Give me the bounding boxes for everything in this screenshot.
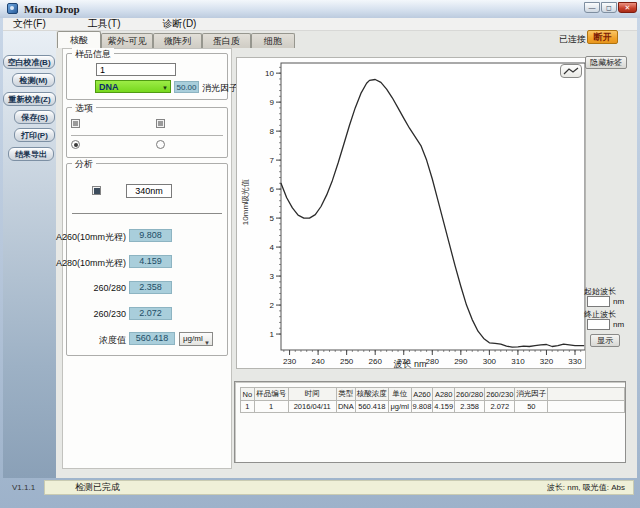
option-radio-2[interactable]	[156, 140, 165, 149]
sample-info-title: 样品信息	[72, 48, 114, 61]
results-table[interactable]: No样品编号时间类型核酸浓度单位A260A280260/280260/230消光…	[240, 387, 625, 413]
sample-type-dropdown[interactable]: DNA ▼	[95, 80, 171, 93]
table-header-0: No	[241, 388, 255, 401]
check-icon	[94, 188, 100, 194]
start-unit-label: nm	[613, 297, 624, 306]
sidebar-button-5[interactable]: 结果导出	[8, 147, 54, 161]
sample-type-value: DNA	[99, 82, 119, 92]
sidebar-button-4[interactable]: 打印(P)	[14, 128, 55, 142]
status-message: 检测已完成	[75, 481, 120, 494]
svg-text:9: 9	[270, 98, 275, 107]
spectrum-chart-panel: 1234567891023024025026027028029030031032…	[236, 57, 586, 369]
table-cell-0-9: 2.072	[485, 401, 515, 413]
sidebar-button-0[interactable]: 空白校准(B)	[3, 55, 55, 69]
menu-item-1[interactable]: 工具(T)	[78, 17, 131, 31]
options-title: 选项	[72, 102, 96, 115]
options-group: 选项	[66, 107, 228, 158]
table-header-3: 类型	[336, 388, 355, 401]
app-icon	[7, 3, 18, 14]
svg-text:7: 7	[270, 156, 275, 165]
table-header-8: 260/280	[455, 388, 485, 401]
connection-status: 已连接	[559, 33, 586, 46]
minimize-icon[interactable]: —	[584, 2, 600, 13]
status-bar: 检测已完成 波长: nm, 吸光值: Abs	[44, 480, 634, 495]
menu-item-2[interactable]: 诊断(D)	[153, 17, 207, 31]
analysis-row-label-1: A280(10mm光程)	[38, 257, 126, 270]
analysis-row-label-0: A260(10mm光程)	[38, 231, 126, 244]
table-header-1: 样品编号	[254, 388, 288, 401]
tab-2[interactable]: 微阵列	[153, 33, 202, 48]
option-radio-1[interactable]	[71, 140, 80, 149]
analysis-row-value-3: 2.072	[129, 307, 172, 320]
option-checkbox-1[interactable]	[71, 119, 80, 128]
table-cell-0-10: 50	[515, 401, 548, 413]
svg-text:1: 1	[270, 330, 275, 339]
end-wavelength-input[interactable]	[587, 319, 610, 330]
check-icon	[158, 121, 163, 126]
table-cell-0-11	[548, 401, 625, 413]
table-header-2: 时间	[288, 388, 336, 401]
start-wavelength-input[interactable]	[587, 296, 610, 307]
svg-text:10: 10	[265, 69, 274, 78]
analysis-title: 分析	[72, 158, 96, 171]
sample-id-input[interactable]	[96, 63, 176, 76]
table-header-11	[548, 388, 625, 401]
table-row[interactable]: 112016/04/11DNA560.418μg/ml9.8084.1592.3…	[241, 401, 625, 413]
tab-0[interactable]: 核酸	[57, 31, 101, 48]
sidebar-button-2[interactable]: 重新校准(Z)	[3, 92, 56, 106]
table-cell-0-2: 2016/04/11	[288, 401, 336, 413]
svg-text:2: 2	[270, 301, 275, 310]
svg-text:4: 4	[270, 243, 275, 252]
analysis-row-label-2: 260/280	[38, 283, 126, 293]
chevron-down-icon: ▼	[162, 83, 168, 93]
table-cell-0-7: 4.159	[433, 401, 455, 413]
analysis-row-value-2: 2.358	[129, 281, 172, 294]
spectrum-chart: 1234567891023024025026027028029030031032…	[237, 58, 585, 368]
app-window: Micro Drop — ◻ ✕ 文件(F)工具(T)诊断(D) 空白校准(B)…	[0, 0, 640, 508]
end-unit-label: nm	[613, 320, 624, 329]
maximize-icon[interactable]: ◻	[601, 2, 617, 13]
analysis-row-value-0: 9.808	[129, 229, 172, 242]
sidebar-button-1[interactable]: 检测(M)	[12, 73, 55, 87]
check-icon	[73, 121, 78, 126]
unit-value: μg/ml	[183, 334, 203, 343]
svg-text:8: 8	[270, 127, 275, 136]
disconnect-button[interactable]: 断开	[587, 30, 618, 44]
tab-4[interactable]: 细胞	[251, 33, 295, 48]
tab-3[interactable]: 蛋白质	[202, 33, 251, 48]
svg-text:6: 6	[270, 185, 275, 194]
menu-bar: 文件(F)工具(T)诊断(D)	[3, 18, 637, 31]
svg-text:230: 230	[283, 357, 297, 366]
svg-text:330: 330	[568, 357, 582, 366]
show-button[interactable]: 显示	[590, 334, 620, 347]
window-title: Micro Drop	[24, 3, 80, 15]
curve-tool-button[interactable]	[560, 64, 582, 78]
option-checkbox-2[interactable]	[156, 119, 165, 128]
table-cell-0-0: 1	[241, 401, 255, 413]
radio-dot-icon	[74, 143, 78, 147]
unit-dropdown[interactable]: μg/ml ▼	[179, 332, 213, 346]
sidebar-button-3[interactable]: 保存(S)	[14, 110, 55, 124]
svg-text:240: 240	[311, 357, 325, 366]
table-cell-0-8: 2.358	[455, 401, 485, 413]
version-label: V1.1.1	[12, 483, 35, 492]
sidebar: 空白校准(B)检测(M)重新校准(Z)保存(S)打印(P)结果导出	[3, 31, 56, 478]
extinction-factor-value: 50.00	[174, 81, 199, 93]
table-header-10: 消光因子	[515, 388, 548, 401]
hide-labels-button[interactable]: 隐藏标签	[585, 56, 627, 69]
curve-icon	[561, 65, 581, 77]
status-readout: 波长: nm, 吸光值: Abs	[547, 482, 625, 493]
table-cell-0-6: 9.808	[411, 401, 433, 413]
table-cell-0-1: 1	[254, 401, 288, 413]
concentration-value: 560.418	[129, 332, 175, 345]
concentration-label: 浓度值	[38, 334, 126, 347]
table-header-5: 单位	[388, 388, 411, 401]
ref-wavelength-input[interactable]	[126, 184, 172, 198]
table-cell-0-3: DNA	[336, 401, 355, 413]
close-icon[interactable]: ✕	[618, 2, 637, 13]
menu-item-0[interactable]: 文件(F)	[3, 17, 56, 31]
ref-wavelength-checkbox[interactable]	[92, 186, 101, 195]
analysis-divider	[72, 213, 222, 214]
tab-1[interactable]: 紫外-可见	[101, 33, 153, 48]
extinction-factor-label: 消光因子	[202, 82, 238, 95]
